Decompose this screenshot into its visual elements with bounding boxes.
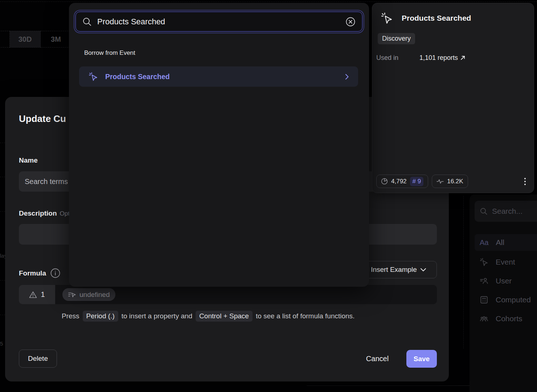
formula-helper-text: Press Period (.) to insert a property an… <box>62 311 354 322</box>
name-label: Name <box>19 156 38 164</box>
result-label: Products Searched <box>105 73 170 81</box>
event-cursor-icon <box>381 12 393 24</box>
insert-example-label: Insert Example <box>371 266 417 274</box>
external-link-icon <box>460 56 465 60</box>
formula-chip-label: undefined <box>79 291 110 299</box>
kbd-period: Period (.) <box>83 311 118 322</box>
details-title: Products Searched <box>402 14 471 23</box>
pulse-icon <box>436 179 444 184</box>
formula-property-chip[interactable]: undefined <box>62 288 115 301</box>
used-in-row: Used in 1,101 reports <box>376 54 465 62</box>
error-count: 1 <box>41 290 45 299</box>
kebab-dot <box>524 178 526 179</box>
property-search-overlay: Borrow from Event Products Searched <box>69 3 369 287</box>
formula-label: Formula <box>19 268 60 278</box>
unique-values-count: 4,792 <box>391 178 407 185</box>
more-options-button[interactable] <box>522 176 528 187</box>
used-in-label: Used in <box>376 54 419 62</box>
search-input[interactable] <box>97 17 340 26</box>
kbd-control-space: Control + Space <box>196 311 253 322</box>
description-label-text: Description <box>19 209 57 217</box>
chevron-down-icon <box>421 268 426 271</box>
used-in-value: 1,101 reports <box>419 54 458 62</box>
search-field <box>75 12 362 32</box>
property-cursor-icon <box>68 292 76 298</box>
volume-count: 16.2K <box>447 178 463 185</box>
borrow-from-event-label: Borrow from Event <box>84 49 135 57</box>
event-cursor-icon <box>89 72 98 81</box>
formula-editor: 1 undefined <box>19 285 437 304</box>
modal-title: Update Cu <box>19 113 66 124</box>
save-button[interactable]: Save <box>406 350 437 368</box>
insert-example-button[interactable]: Insert Example <box>360 261 437 278</box>
pie-icon <box>381 178 388 185</box>
info-icon[interactable] <box>50 268 60 278</box>
clear-search-button[interactable] <box>345 17 356 27</box>
formula-input[interactable]: undefined <box>55 285 437 304</box>
property-details-panel: Products Searched Discovery Used in 1,10… <box>372 3 534 193</box>
volume-pill[interactable]: 16.2K <box>432 175 468 188</box>
clear-circle-icon <box>345 17 356 27</box>
helper-middle: to insert a property and <box>122 312 192 320</box>
category-badge: Discovery <box>378 33 415 44</box>
helper-end: to see a list of formula functions. <box>256 312 354 320</box>
formula-label-text: Formula <box>19 269 46 277</box>
formula-error-gutter: 1 <box>19 285 55 304</box>
search-icon <box>82 17 92 26</box>
rank-badge: # 9 <box>410 177 424 186</box>
used-in-reports-link[interactable]: 1,101 reports <box>419 54 465 62</box>
unique-values-pill[interactable]: 4,792 # 9 <box>376 175 428 188</box>
delete-button[interactable]: Delete <box>19 350 57 368</box>
chevron-right-icon <box>345 74 349 79</box>
stats-row: 4,792 # 9 16.2K <box>376 175 528 188</box>
warning-icon <box>29 291 37 298</box>
kebab-dot <box>524 184 526 185</box>
cancel-button[interactable]: Cancel <box>356 350 399 368</box>
kebab-dot <box>524 181 526 182</box>
helper-press: Press <box>62 312 79 320</box>
search-result-products-searched[interactable]: Products Searched <box>79 66 358 87</box>
details-header: Products Searched <box>381 12 471 24</box>
